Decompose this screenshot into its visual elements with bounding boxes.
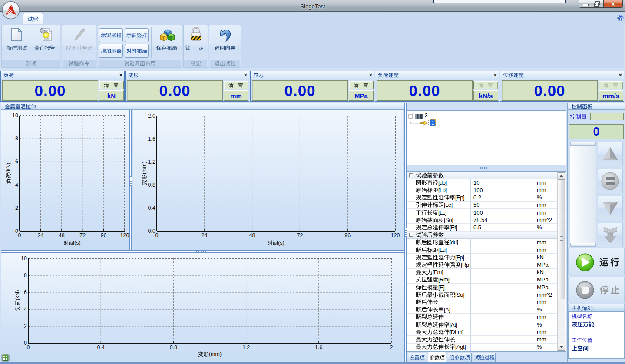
- svg-text:2.0: 2.0: [148, 113, 155, 119]
- svg-text:72: 72: [297, 232, 303, 238]
- svg-text:0: 0: [155, 232, 159, 238]
- svg-text:120: 120: [120, 232, 129, 238]
- svg-text:1.2: 1.2: [148, 159, 155, 165]
- svg-text:120: 120: [391, 232, 400, 238]
- svg-text:4: 4: [24, 306, 27, 312]
- svg-text:1.2: 1.2: [242, 344, 250, 351]
- svg-text:1.6: 1.6: [148, 136, 155, 142]
- svg-text:6: 6: [24, 289, 27, 295]
- svg-text:48: 48: [249, 232, 255, 238]
- svg-text:10: 10: [12, 113, 18, 119]
- svg-text:10: 10: [21, 255, 27, 261]
- svg-text:24: 24: [37, 232, 43, 238]
- svg-text:2: 2: [15, 205, 18, 211]
- svg-text:0.8: 0.8: [148, 182, 155, 188]
- svg-text:24: 24: [202, 232, 208, 238]
- svg-text:2: 2: [24, 323, 27, 329]
- svg-text:0.0: 0.0: [148, 228, 155, 234]
- svg-text:4: 4: [15, 182, 18, 188]
- svg-text:72: 72: [79, 232, 86, 238]
- svg-text:96: 96: [101, 232, 107, 238]
- svg-text:6: 6: [15, 159, 18, 165]
- svg-text:?: ?: [619, 16, 622, 20]
- svg-text:48: 48: [59, 232, 65, 238]
- svg-text:0: 0: [15, 228, 18, 234]
- svg-text:0: 0: [27, 344, 30, 351]
- svg-text:0: 0: [18, 232, 21, 238]
- svg-text:1.6: 1.6: [315, 344, 322, 351]
- svg-text:0.8: 0.8: [170, 344, 177, 351]
- svg-text:0.4: 0.4: [148, 205, 155, 211]
- svg-text:0: 0: [24, 340, 27, 346]
- svg-text:0.4: 0.4: [97, 344, 105, 351]
- svg-text:2: 2: [390, 344, 393, 351]
- svg-text:8: 8: [24, 272, 27, 278]
- svg-text:96: 96: [344, 232, 351, 238]
- svg-text:8: 8: [15, 136, 18, 142]
